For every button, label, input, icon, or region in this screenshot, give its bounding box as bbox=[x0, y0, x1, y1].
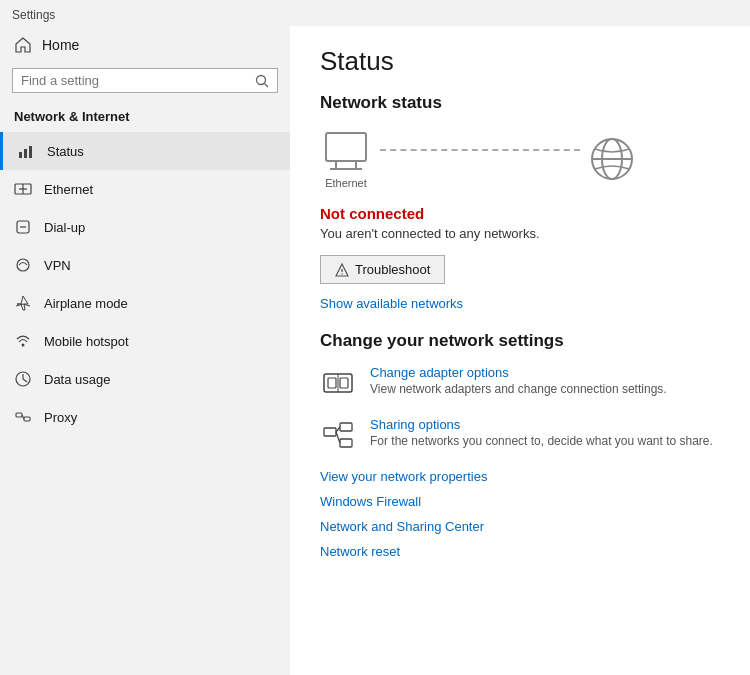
titlebar: Settings bbox=[0, 0, 750, 26]
proxy-icon bbox=[14, 408, 32, 426]
view-network-properties-link[interactable]: View your network properties bbox=[320, 469, 720, 484]
content-area: Status Network status Ethernet bbox=[290, 26, 750, 675]
main-container: Home Network & Internet bbox=[0, 26, 750, 675]
svg-rect-3 bbox=[24, 149, 27, 158]
sidebar-item-airplane-label: Airplane mode bbox=[44, 296, 128, 311]
svg-rect-2 bbox=[19, 152, 22, 158]
computer-icon-wrap: Ethernet bbox=[320, 129, 372, 189]
network-diagram: Ethernet bbox=[320, 129, 720, 189]
page-title: Status bbox=[320, 46, 720, 77]
sidebar-item-dialup-label: Dial-up bbox=[44, 220, 85, 235]
change-adapter-item: Change adapter options View network adap… bbox=[320, 365, 720, 401]
not-connected-status: Not connected bbox=[320, 205, 720, 222]
sidebar-item-proxy[interactable]: Proxy bbox=[0, 398, 290, 436]
hotspot-icon bbox=[14, 332, 32, 350]
sidebar-item-ethernet-label: Ethernet bbox=[44, 182, 93, 197]
svg-rect-16 bbox=[326, 133, 366, 161]
sidebar-item-hotspot-label: Mobile hotspot bbox=[44, 334, 129, 349]
sidebar-item-dialup[interactable]: Dial-up bbox=[0, 208, 290, 246]
sidebar-item-proxy-label: Proxy bbox=[44, 410, 77, 425]
svg-rect-31 bbox=[340, 439, 352, 447]
troubleshoot-label: Troubleshoot bbox=[355, 262, 430, 277]
globe-icon bbox=[588, 135, 636, 183]
search-container bbox=[0, 64, 290, 103]
windows-firewall-link[interactable]: Windows Firewall bbox=[320, 494, 720, 509]
network-status-heading: Network status bbox=[320, 93, 720, 113]
svg-rect-13 bbox=[16, 413, 22, 417]
svg-point-10 bbox=[17, 259, 29, 271]
home-label: Home bbox=[42, 37, 79, 53]
network-reset-link[interactable]: Network reset bbox=[320, 544, 720, 559]
change-adapter-desc: View network adapters and change connect… bbox=[370, 382, 667, 396]
svg-rect-30 bbox=[340, 423, 352, 431]
svg-rect-14 bbox=[24, 417, 30, 421]
sharing-options-desc: For the networks you connect to, decide … bbox=[370, 434, 713, 448]
home-icon bbox=[14, 36, 32, 54]
not-connected-description: You aren't connected to any networks. bbox=[320, 226, 720, 241]
sidebar-item-vpn[interactable]: VPN bbox=[0, 246, 290, 284]
svg-point-11 bbox=[22, 344, 25, 347]
search-icon bbox=[255, 74, 269, 88]
ethernet-icon bbox=[14, 180, 32, 198]
sidebar-item-datausage[interactable]: Data usage bbox=[0, 360, 290, 398]
sidebar-item-ethernet[interactable]: Ethernet bbox=[0, 170, 290, 208]
sidebar-item-home[interactable]: Home bbox=[0, 26, 290, 64]
search-input[interactable] bbox=[21, 73, 249, 88]
change-settings-heading: Change your network settings bbox=[320, 331, 720, 351]
vpn-icon bbox=[14, 256, 32, 274]
sidebar-item-datausage-label: Data usage bbox=[44, 372, 111, 387]
change-adapter-text: Change adapter options View network adap… bbox=[370, 365, 667, 396]
warning-icon bbox=[335, 263, 349, 277]
svg-rect-26 bbox=[328, 378, 336, 388]
sharing-options-title[interactable]: Sharing options bbox=[370, 417, 713, 432]
network-sharing-center-link[interactable]: Network and Sharing Center bbox=[320, 519, 720, 534]
svg-rect-4 bbox=[29, 146, 32, 158]
svg-line-1 bbox=[265, 83, 269, 87]
svg-rect-29 bbox=[324, 428, 336, 436]
datausage-icon bbox=[14, 370, 32, 388]
dialup-icon bbox=[14, 218, 32, 236]
section-title: Network & Internet bbox=[0, 103, 290, 132]
change-adapter-title[interactable]: Change adapter options bbox=[370, 365, 667, 380]
svg-line-33 bbox=[336, 432, 340, 443]
svg-point-24 bbox=[341, 273, 342, 274]
sidebar-item-status[interactable]: Status bbox=[0, 132, 290, 170]
sidebar-item-status-label: Status bbox=[47, 144, 84, 159]
svg-line-15 bbox=[22, 415, 24, 419]
sidebar-item-vpn-label: VPN bbox=[44, 258, 71, 273]
adapter-icon bbox=[320, 365, 356, 401]
search-box[interactable] bbox=[12, 68, 278, 93]
troubleshoot-button[interactable]: Troubleshoot bbox=[320, 255, 445, 284]
sidebar-item-airplane[interactable]: Airplane mode bbox=[0, 284, 290, 322]
svg-rect-27 bbox=[340, 378, 348, 388]
ethernet-label: Ethernet bbox=[325, 177, 367, 189]
status-icon bbox=[17, 142, 35, 160]
show-networks-link[interactable]: Show available networks bbox=[320, 296, 720, 311]
sharing-options-text: Sharing options For the networks you con… bbox=[370, 417, 713, 448]
titlebar-text: Settings bbox=[12, 8, 55, 22]
airplane-icon bbox=[14, 294, 32, 312]
sharing-icon bbox=[320, 417, 356, 453]
sharing-options-item: Sharing options For the networks you con… bbox=[320, 417, 720, 453]
svg-point-0 bbox=[257, 75, 266, 84]
sidebar: Home Network & Internet bbox=[0, 26, 290, 675]
globe-icon-wrap bbox=[588, 135, 636, 183]
dashed-line bbox=[380, 149, 580, 151]
computer-icon bbox=[320, 129, 372, 173]
sidebar-item-hotspot[interactable]: Mobile hotspot bbox=[0, 322, 290, 360]
